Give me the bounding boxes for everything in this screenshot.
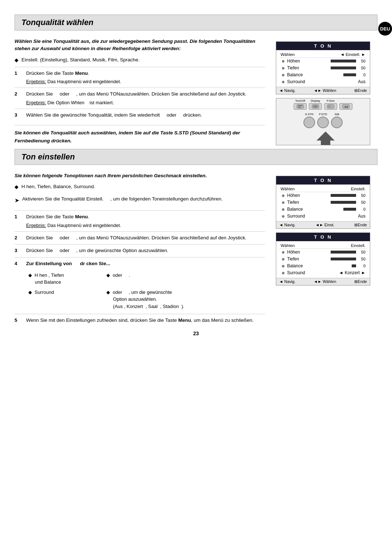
section1-bullet1-text: Einstell. (Einstellung), Standard, Musik… — [21, 56, 140, 64]
section2-note-arrow: ➤ Aktivieren Sie die Tonqualität Einstel… — [15, 193, 265, 207]
remote-still-label: Still — [335, 113, 339, 116]
ton-tiefen-bar-3: 50 — [306, 200, 366, 204]
remote-btn-display: Display — [309, 99, 322, 110]
ton-surround-val-3: Aus — [306, 214, 366, 219]
remote-btn-textoff: Text/Off — [294, 99, 307, 110]
wählen-row-1: Wählen ◄ Einstell. ► — [279, 52, 367, 58]
ton-body-1: Wählen ◄ Einstell. ► ⊕ Höhen 50 — [276, 50, 370, 87]
svg-rect-7 — [331, 106, 333, 107]
ton-balance-bar-1: 0 — [306, 73, 366, 77]
s2-step-1-ergebnis: Ergebnis: Das Hauptmenü wird eingeblende… — [26, 222, 265, 229]
step-num-1: 1 — [15, 70, 23, 77]
step-num-2: 2 — [15, 90, 23, 98]
remote-btn-psize: P.Size — [324, 99, 337, 110]
section2-right: T O N Wählen Einstell. ⊕ Höhen 50 — [276, 172, 377, 327]
ton-tiefen-bar-1: 50 — [306, 66, 366, 70]
remote-mid-row: S.STD P.STD Still — [303, 113, 343, 128]
remote-still-circle — [331, 117, 343, 128]
s2-step-num-3: 3 — [15, 247, 23, 254]
ton-footer-einst-3: ◄► Einst. — [315, 223, 334, 227]
ton-höhen-label-3: ⊕ Höhen — [281, 193, 306, 198]
section2-title: Ton einstellen — [15, 149, 377, 165]
remote-sstd-label: S.STD — [305, 113, 314, 116]
s2-step-4-text: Zur Einstellung von dr cken Sie... — [26, 260, 265, 267]
ton-footer-wählen-4: ◄► Wählen — [314, 279, 336, 284]
section1-intro: Wählen Sie eine Tonqualität aus, die zur… — [15, 38, 265, 53]
svg-rect-6 — [328, 105, 331, 108]
section2-bullet1: ◆ H hen, Tiefen, Balance, Surround. — [15, 183, 265, 191]
svg-rect-0 — [297, 105, 303, 108]
s2-step-5: 5 Wenn Sie mit den Einstellungen zufried… — [15, 314, 265, 327]
surround-mode-konzert: Konzert — [345, 270, 360, 275]
step-3-text: Wählen Sie die gewünschte Tonqualität, i… — [26, 112, 265, 119]
ton-tiefen-bar-4: 50 — [306, 257, 366, 261]
s2-step-2: 2 Drücken Sie oder , um das Menü TONausz… — [15, 231, 265, 244]
ton-body-3: Wählen Einstell. ⊕ Höhen 50 — [276, 185, 370, 221]
ton-header-4: T O N — [276, 233, 370, 241]
s2-step-1-text: Drücken Sie die Taste Menu. — [26, 213, 265, 220]
remote-textoff-label: Text/Off — [295, 99, 305, 102]
section1-note: Sie können die Tonqualität auch auswähle… — [15, 125, 265, 145]
remote-extra-label — [346, 99, 346, 102]
step-1-content: Drücken Sie die Taste Menu. Ergebnis: Da… — [26, 70, 265, 85]
ton-tiefen-label-1: ⊕ Tiefen — [281, 65, 306, 70]
surround-mode-arrow-r: ► — [361, 270, 366, 275]
section1-left: Wählen Sie eine Tonqualität aus, die zur… — [15, 38, 276, 145]
ton-row-surround-4: ⊕ Surround ◄ Konzert ► — [279, 270, 367, 276]
wählen-label-4: Wählen — [281, 243, 295, 248]
ton-row-balance-1: ⊕ Balance 0 — [279, 72, 367, 78]
ton-balance-val-4: 0 — [358, 264, 366, 268]
einstell-label-3: Einstell. — [351, 187, 366, 191]
step-2-text: Drücken Sie oder , um das Menü TONauszuw… — [26, 90, 265, 98]
ton-header-1: T O N — [276, 42, 370, 50]
ton-höhen-label-4: ⊕ Höhen — [281, 250, 306, 255]
s2-sub-col1-1: ◆ H hen , Tiefen und Balance — [26, 270, 104, 287]
s2-sub-row-2: ◆ Surround ◆ oder , um die gewünschte Op… — [26, 287, 265, 312]
section2-content: Sie können folgende Tonoptionen nach Ihr… — [0, 172, 392, 327]
s2-step-1: 1 Drücken Sie die Taste Menu. Ergebnis: … — [15, 210, 265, 231]
ton-tiefen-label-4: ⊕ Tiefen — [281, 256, 306, 262]
remote-pstd-label: P.STD — [319, 113, 327, 116]
section1-right: T O N Wählen ◄ Einstell. ► ⊕ Höhen 50 — [276, 38, 377, 145]
s2-step-num-1: 1 — [15, 213, 23, 220]
s2-step-num-2: 2 — [15, 234, 23, 242]
ton-balance-bar-4: 0 — [306, 264, 366, 268]
ton-tiefen-val-4: 50 — [358, 257, 366, 261]
wählen-row-4: Wählen Einstell. — [279, 243, 367, 249]
remote-box-1: Text/Off Display P.Size — [276, 98, 370, 145]
section1-title: Tonqualität wählen — [15, 15, 377, 31]
step-2-ergebnis: Ergebnis: Die Option Whlen ist markiert. — [26, 99, 265, 106]
surround-val-text-3: Aus — [358, 214, 366, 219]
remote-btn-sstd: S.STD — [303, 113, 315, 128]
einstell-label-4: Einstell. — [351, 243, 366, 248]
s2-step-3-text: Drücken Sie oder , um die gewünschte Opt… — [26, 247, 265, 254]
ton-footer-wählen-1: ◄► Wählen — [314, 88, 336, 93]
bullet-diamond: ◆ — [15, 56, 19, 64]
wählen-label-3: Wählen — [281, 187, 295, 191]
ton-surround-label-3: ⊕ Surround — [281, 214, 306, 219]
ton-row-tiefen-3: ⊕ Tiefen 50 — [279, 199, 367, 206]
ton-row-höhen-3: ⊕ Höhen 50 — [279, 192, 367, 199]
s2-step-1-content: Drücken Sie die Taste Menu. Ergebnis: Da… — [26, 213, 265, 229]
ton-tiefen-val-3: 50 — [358, 200, 366, 204]
remote-btn-extra: ◀◀ — [339, 99, 352, 110]
ton-row-tiefen-1: ⊕ Tiefen 50 — [279, 65, 367, 71]
remote-textoff-btn — [294, 103, 307, 110]
wählen-label-1: Wählen — [281, 52, 295, 57]
ton-höhen-val-1: 50 — [358, 59, 366, 63]
ton-surround-val-4: ◄ Konzert ► — [306, 270, 366, 275]
s2-step-num-4: 4 — [15, 260, 23, 267]
ton-tiefen-label-3: ⊕ Tiefen — [281, 200, 306, 205]
bullet-diamond-2: ◆ — [15, 183, 19, 191]
s2-step-2-content: Drücken Sie oder , um das Menü TONauszuw… — [26, 234, 265, 242]
page-number: 23 — [0, 331, 392, 340]
ton-höhen-label-1: ⊕ Höhen — [281, 58, 306, 64]
s2-sub-col2-2: ◆ oder , um die gewünschte Option auszuw… — [104, 287, 265, 312]
ton-footer-navig-4: ◄ Navig. — [279, 279, 295, 284]
remote-psize-label: P.Size — [327, 99, 335, 102]
ton-balance-label-4: ⊕ Balance — [281, 263, 306, 268]
ton-surround-label-1: ⊕ Surround — [281, 79, 306, 84]
remote-top-row-1: Text/Off Display P.Size — [294, 99, 352, 110]
section2-bullet1-text: H hen, Tiefen, Balance, Surround. — [21, 183, 95, 190]
remote-pstd-circle — [317, 117, 329, 128]
